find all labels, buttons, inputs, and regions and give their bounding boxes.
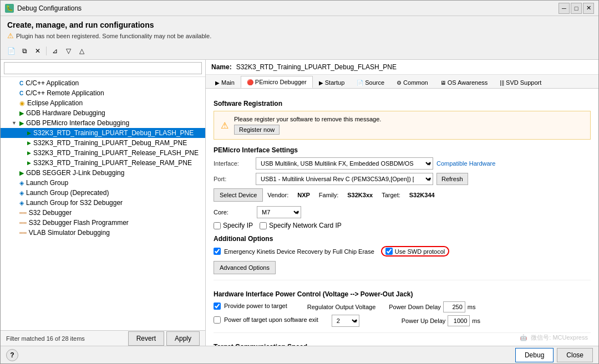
window-icon: 🐛 bbox=[5, 4, 14, 13]
reg-content: Please register your software to remove … bbox=[234, 116, 381, 135]
item-icon: C bbox=[19, 90, 23, 96]
tab-startup-label: Startup bbox=[325, 79, 344, 86]
core-row: Core: M7 bbox=[214, 206, 591, 218]
core-select[interactable]: M7 bbox=[257, 206, 301, 218]
right-panel: Name: S32K3_RTD_Training_LPUART_Debug_FL… bbox=[206, 60, 598, 346]
power-off-label: Power off target upon software exit bbox=[224, 316, 318, 323]
core-select-wrap: M7 bbox=[257, 206, 301, 218]
compatible-hardware-link[interactable]: Compatible Hardware bbox=[436, 160, 495, 167]
delete-button[interactable]: ✕ bbox=[32, 45, 44, 57]
target-value: S32K344 bbox=[409, 192, 435, 198]
tree-item-s32-debugger[interactable]: ══ S32 Debugger bbox=[1, 208, 205, 218]
tree-item-gdb-segger[interactable]: ▶ GDB SEGGER J-Link Debugging bbox=[1, 168, 205, 178]
minimize-button[interactable]: ─ bbox=[559, 3, 570, 14]
tree-item-vlab[interactable]: ══ VLAB Simulator Debugging bbox=[1, 228, 205, 238]
debug-button[interactable]: Debug bbox=[515, 348, 554, 362]
tree-item-eclipse[interactable]: ◉ Eclipse Application bbox=[1, 98, 205, 108]
search-box bbox=[1, 60, 205, 77]
warning-icon: ⚠ bbox=[7, 32, 14, 40]
collapse-button[interactable]: △ bbox=[75, 45, 88, 57]
help-button[interactable]: ? bbox=[6, 349, 18, 361]
target-label: Target: bbox=[382, 192, 400, 198]
port-select-wrap: USB1 - Multilink Universal Rev C (PEM3C5… bbox=[256, 173, 433, 185]
pemicro-interface-header: PEMicro Interface Settings bbox=[214, 146, 591, 154]
footer-buttons: Debug Close bbox=[515, 348, 593, 362]
item-icon: ▶ bbox=[19, 170, 24, 177]
refresh-button[interactable]: Refresh bbox=[436, 173, 468, 185]
specify-ip-checkbox[interactable] bbox=[214, 222, 221, 229]
tree-item-s32k3-ram-pne[interactable]: ▶ S32K3_RTD_Training_LPUART_Debug_RAM_PN… bbox=[1, 138, 205, 148]
tree-item-cpp-remote[interactable]: C C/C++ Remote Application bbox=[1, 88, 205, 98]
tab-source[interactable]: 📄 Source bbox=[351, 76, 390, 88]
tree-item-label: S32 Debugger bbox=[29, 209, 72, 217]
tree-item-s32-flash[interactable]: ══ S32 Debugger Flash Programmer bbox=[1, 218, 205, 228]
port-select[interactable]: USB1 - Multilink Universal Rev C (PEM3C5… bbox=[256, 173, 433, 185]
item-icon: ◈ bbox=[19, 199, 24, 207]
search-input[interactable] bbox=[4, 62, 202, 74]
name-row: Name: S32K3_RTD_Training_LPUART_Debug_FL… bbox=[206, 60, 598, 75]
reg-message: Please register your software to remove … bbox=[234, 116, 381, 122]
revert-button[interactable]: Revert bbox=[128, 331, 164, 346]
emergency-checkbox[interactable] bbox=[214, 248, 221, 255]
close-button[interactable]: ✕ bbox=[583, 3, 594, 14]
power-down-label: Power Down Delay bbox=[389, 304, 441, 310]
left-panel: C C/C++ Application C C/C++ Remote Appli… bbox=[1, 60, 206, 346]
tree-item-s32k3-release-ram[interactable]: ▶ S32K3_RTD_Training_LPUART_Release_RAM_… bbox=[1, 158, 205, 168]
tab-common[interactable]: ⚙ Common bbox=[390, 76, 434, 88]
tree-item-gdb-hw[interactable]: ▶ GDB Hardware Debugging bbox=[1, 108, 205, 118]
registration-box: ⚠ Please register your software to remov… bbox=[214, 111, 591, 140]
tree-item-launch-s32[interactable]: ◈ Launch Group for S32 Debugger bbox=[1, 198, 205, 208]
select-device-button[interactable]: Select Device bbox=[214, 188, 263, 202]
close-dialog-button[interactable]: Close bbox=[557, 348, 593, 362]
power-off-checkbox[interactable] bbox=[214, 316, 221, 324]
maximize-button[interactable]: □ bbox=[571, 3, 582, 14]
interface-select-wrap: USB Multilink, USB Multilink FX, Embedde… bbox=[256, 157, 433, 170]
tree-item-label: GDB SEGGER J-Link Debugging bbox=[26, 169, 124, 177]
family-label: Family: bbox=[319, 192, 338, 198]
apply-button[interactable]: Apply bbox=[166, 331, 200, 346]
reg-warning-icon: ⚠ bbox=[221, 120, 229, 131]
family-value: S32K3xx bbox=[347, 192, 373, 198]
tab-source-label: Source bbox=[365, 79, 384, 86]
item-icon: ▶ bbox=[19, 110, 24, 117]
tab-startup[interactable]: ▶ Startup bbox=[313, 76, 351, 88]
register-now-button[interactable]: Register now bbox=[234, 125, 280, 135]
tree-item-s32k3-flash-pne[interactable]: ▶ S32K3_RTD_Training_LPUART_Debug_FLASH_… bbox=[1, 128, 205, 138]
item-icon: ══ bbox=[19, 230, 27, 235]
interface-select[interactable]: USB Multilink, USB Multilink FX, Embedde… bbox=[256, 157, 433, 170]
toolbar-separator bbox=[46, 47, 47, 55]
tab-os[interactable]: 🖥 OS Awareness bbox=[434, 76, 494, 88]
filter-button[interactable]: ⊿ bbox=[49, 45, 61, 57]
voltage-select[interactable]: 2V bbox=[332, 315, 359, 327]
provide-power-checkbox-row: Provide power to target bbox=[214, 303, 287, 310]
tab-pemicro[interactable]: 🔴 PEmicro Debugger bbox=[241, 76, 313, 88]
tree-item-label: Launch Group (Deprecated) bbox=[26, 189, 109, 197]
power-down-input[interactable] bbox=[443, 301, 465, 312]
power-up-unit: ms bbox=[472, 317, 480, 324]
provide-power-checkbox[interactable] bbox=[214, 303, 221, 310]
tab-os-label: OS Awareness bbox=[448, 79, 488, 86]
additional-options-section: Additional Options Emergency Kinetis Dev… bbox=[214, 235, 591, 274]
tree-item-launch-group[interactable]: ◈ Launch Group bbox=[1, 178, 205, 188]
specify-network-checkbox[interactable] bbox=[260, 222, 267, 229]
common-tab-icon: ⚙ bbox=[397, 80, 402, 86]
expand-button[interactable]: ▽ bbox=[62, 45, 74, 57]
tree-item-launch-deprecated[interactable]: ◈ Launch Group (Deprecated) bbox=[1, 188, 205, 198]
tab-main[interactable]: ▶ Main bbox=[209, 76, 241, 88]
item-icon: ▶ bbox=[27, 140, 31, 146]
tree-item-s32k3-release-flash[interactable]: ▶ S32K3_RTD_Training_LPUART_Release_FLAS… bbox=[1, 148, 205, 158]
tab-svd[interactable]: ||| SVD Support bbox=[494, 76, 547, 88]
tree-item-gdb-pemicro[interactable]: ▼ ▶ GDB PEMicro Interface Debugging bbox=[1, 118, 205, 128]
new-config-button[interactable]: 📄 bbox=[5, 45, 17, 57]
duplicate-button[interactable]: ⧉ bbox=[18, 45, 31, 57]
startup-tab-icon: ▶ bbox=[319, 80, 323, 86]
tree-item-cpp-app[interactable]: C C/C++ Application bbox=[1, 78, 205, 88]
tab-svd-label: SVD Support bbox=[506, 79, 541, 86]
swd-checkbox[interactable] bbox=[385, 248, 393, 255]
tree-item-label: S32K3_RTD_Training_LPUART_Release_RAM_PN… bbox=[33, 159, 192, 167]
power-up-input[interactable] bbox=[448, 315, 470, 326]
svd-tab-icon: ||| bbox=[500, 80, 504, 86]
config-tree: C C/C++ Application C C/C++ Remote Appli… bbox=[1, 77, 205, 330]
core-label: Core: bbox=[214, 209, 252, 216]
advanced-options-button[interactable]: Advanced Options bbox=[214, 261, 276, 274]
